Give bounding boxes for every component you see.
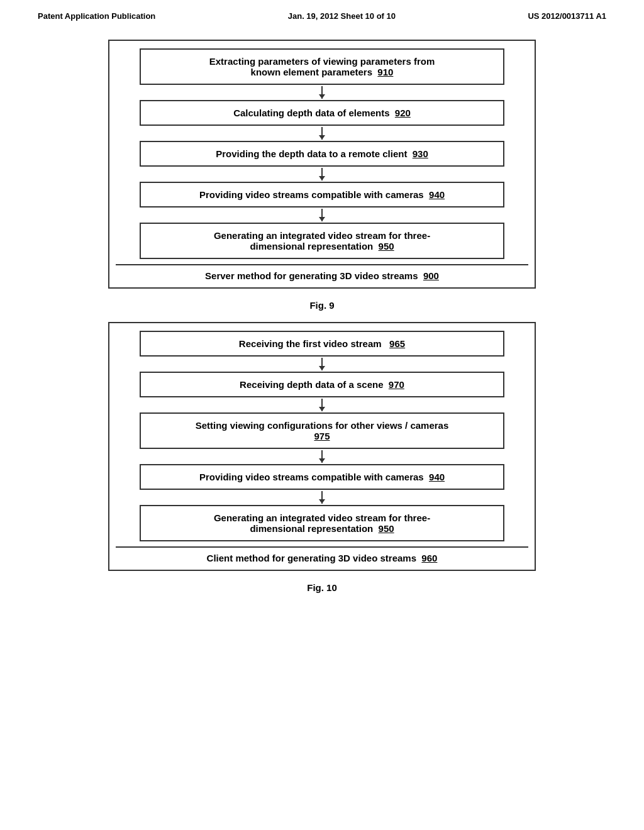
box-910-text: Extracting parameters of viewing paramet… [209, 56, 435, 77]
arrow-940b-950b [321, 490, 323, 505]
fig9-bottom-label: Server method for generating 3D video st… [116, 264, 528, 287]
box-950b: Generating an integrated video stream fo… [140, 505, 504, 541]
main-content: Extracting parameters of viewing paramet… [0, 27, 644, 617]
box-920-text: Calculating depth data of elements 920 [233, 108, 411, 118]
arrow-975-940b [321, 449, 323, 464]
box-910: Extracting parameters of viewing paramet… [140, 48, 504, 85]
arrow-930-940 [321, 167, 323, 182]
box-930: Providing the depth data to a remote cli… [140, 141, 504, 167]
box-940b-text: Providing video streams compatible with … [199, 472, 445, 482]
page-header: Patent Application Publication Jan. 19, … [0, 0, 644, 27]
box-965-text: Receiving the first video stream 965 [239, 338, 405, 349]
fig10-bottom-text: Client method for generating 3D video st… [207, 553, 438, 563]
fig10-flow: Receiving the first video stream 965 Rec… [116, 331, 528, 541]
arrow-965-970 [321, 357, 323, 372]
fig9-flow: Extracting parameters of viewing paramet… [116, 48, 528, 259]
arrow-920-930 [321, 126, 323, 141]
box-930-num: 930 [413, 148, 428, 159]
box-950b-text: Generating an integrated video stream fo… [214, 512, 430, 534]
box-920-num: 920 [395, 108, 411, 118]
box-940-num: 940 [429, 189, 445, 200]
box-930-text: Providing the depth data to a remote cli… [216, 148, 428, 159]
box-950-num: 950 [379, 241, 394, 252]
box-910-num: 910 [377, 67, 393, 77]
box-940: Providing video streams compatible with … [140, 182, 504, 208]
box-950: Generating an integrated video stream fo… [140, 223, 504, 259]
box-970-text: Receiving depth data of a scene 970 [240, 379, 404, 390]
fig10-bottom-label: Client method for generating 3D video st… [116, 546, 528, 570]
box-975-text: Setting viewing configurations for other… [196, 420, 449, 441]
box-975: Setting viewing configurations for other… [140, 412, 504, 449]
box-970: Receiving depth data of a scene 970 [140, 372, 504, 397]
fig10-label: Fig. 10 [307, 582, 337, 593]
header-right: US 2012/0013711 A1 [528, 11, 606, 21]
fig10-bottom-num: 960 [421, 553, 437, 563]
box-965-num: 965 [389, 338, 405, 349]
box-940b: Providing video streams compatible with … [140, 464, 504, 490]
arrow-910-920 [321, 85, 323, 100]
box-950b-num: 950 [379, 523, 394, 534]
header-middle: Jan. 19, 2012 Sheet 10 of 10 [288, 11, 396, 21]
box-920: Calculating depth data of elements 920 [140, 100, 504, 126]
box-950-text: Generating an integrated video stream fo… [214, 230, 430, 252]
fig9-diagram: Extracting parameters of viewing paramet… [108, 40, 536, 289]
box-940b-num: 940 [429, 472, 445, 482]
box-940-text: Providing video streams compatible with … [199, 189, 445, 200]
fig9-label: Fig. 9 [309, 300, 334, 311]
fig9-bottom-num: 900 [423, 270, 439, 281]
fig9-bottom-text: Server method for generating 3D video st… [205, 270, 439, 281]
fig10-diagram: Receiving the first video stream 965 Rec… [108, 322, 536, 571]
box-965: Receiving the first video stream 965 [140, 331, 504, 357]
box-975-num: 975 [314, 431, 330, 441]
arrow-970-975 [321, 397, 323, 412]
header-left: Patent Application Publication [38, 11, 155, 21]
arrow-940-950 [321, 208, 323, 223]
box-970-num: 970 [389, 379, 404, 390]
